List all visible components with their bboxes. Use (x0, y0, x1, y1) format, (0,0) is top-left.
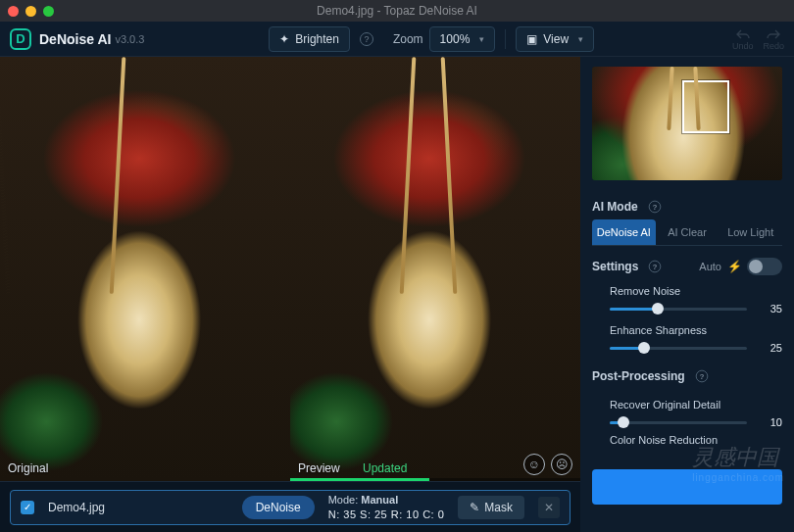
split-view-icon: ▣ (526, 32, 537, 46)
post-processing-header: Post-Processing ? (592, 369, 782, 383)
model-pill[interactable]: DeNoise (242, 496, 315, 519)
close-window-button[interactable] (8, 6, 19, 17)
settings-header: Settings ? (592, 260, 662, 273)
right-panel: AI Mode ? DeNoise AI AI Clear Low Light … (580, 57, 794, 532)
window-title: Demo4.jpg - Topaz DeNoise AI (317, 4, 477, 18)
navigator-viewport[interactable] (682, 80, 729, 133)
mode-label: Mode: (328, 494, 359, 506)
feedback-sad-button[interactable]: ☹ (551, 454, 572, 475)
view-dropdown[interactable]: ▣ View (516, 26, 594, 52)
remove-noise-control: Remove Noise 35 (592, 285, 782, 314)
auto-toggle[interactable] (747, 258, 782, 275)
undo-button[interactable]: Undo (732, 27, 754, 51)
post-processing-label: Post-Processing (592, 369, 685, 383)
recover-detail-value: 10 (757, 416, 782, 428)
feedback-happy-button[interactable]: ☺ (523, 454, 545, 475)
ai-mode-label: AI Mode (592, 200, 638, 214)
file-name: Demo4.jpg (48, 501, 228, 514)
bolt-icon: ⚡ (727, 260, 742, 273)
redo-label: Redo (763, 41, 784, 51)
mode-value: Manual (361, 494, 398, 506)
tab-low-light[interactable]: Low Light (719, 219, 782, 245)
tab-denoise-ai[interactable]: DeNoise AI (592, 219, 656, 245)
preview-image (290, 57, 580, 481)
app-name: DeNoise AI (39, 31, 111, 47)
recover-detail-label: Recover Original Detail (610, 399, 782, 411)
undo-label: Undo (732, 41, 754, 51)
minimize-window-button[interactable] (25, 6, 36, 17)
file-card[interactable]: ✓ Demo4.jpg DeNoise Mode: Manual N: 35 S… (10, 490, 571, 525)
color-noise-label: Color Noise Reduction (610, 434, 782, 446)
zoom-label: Zoom (393, 32, 423, 46)
enhance-sharpness-slider[interactable] (610, 347, 747, 350)
enhance-sharpness-label: Enhance Sharpness (610, 324, 782, 336)
enhance-sharpness-control: Enhance Sharpness 25 (592, 324, 782, 354)
file-checkbox[interactable]: ✓ (21, 501, 34, 514)
maximize-window-button[interactable] (43, 6, 54, 17)
remove-noise-label: Remove Noise (610, 285, 782, 297)
updated-badge: Updated (363, 461, 407, 475)
image-viewer: Original Preview Updated ☺ ☹ ✓ Demo4.jpg… (0, 57, 580, 532)
settings-help-icon[interactable]: ? (649, 261, 662, 273)
toolbar-divider (505, 29, 506, 49)
original-pane: Original (0, 57, 290, 481)
remove-file-button[interactable]: ✕ (538, 497, 560, 518)
post-processing-help-icon[interactable]: ? (695, 370, 708, 383)
undo-icon (735, 27, 751, 41)
recover-detail-slider[interactable] (610, 421, 747, 424)
macos-titlebar: Demo4.jpg - Topaz DeNoise AI (0, 0, 794, 22)
sparkle-icon: ✦ (279, 32, 289, 46)
window-controls (8, 6, 54, 17)
redo-icon (766, 27, 781, 41)
app-version: v3.0.3 (115, 33, 144, 45)
apply-button[interactable] (592, 469, 782, 505)
color-noise-control: Color Noise Reduction (592, 434, 782, 452)
recover-detail-control: Recover Original Detail 10 (592, 399, 782, 428)
zoom-dropdown[interactable]: 100% (429, 26, 496, 52)
history-controls: Undo Redo (732, 27, 784, 51)
ai-mode-tabs: DeNoise AI AI Clear Low Light (592, 219, 782, 246)
file-strip: ✓ Demo4.jpg DeNoise Mode: Manual N: 35 S… (0, 481, 580, 532)
preview-label: Preview (298, 461, 340, 475)
zoom-value: 100% (440, 32, 471, 46)
param-summary: N: 35 S: 25 R: 10 C: 0 (328, 508, 445, 522)
top-toolbar: D DeNoise AI v3.0.3 ✦ Brighten ? Zoom 10… (0, 22, 794, 57)
remove-noise-value: 35 (757, 303, 782, 314)
ai-mode-help-icon[interactable]: ? (648, 201, 661, 214)
mask-button[interactable]: ✎ Mask (458, 496, 524, 519)
settings-label: Settings (592, 260, 638, 273)
app-logo-icon: D (10, 28, 31, 50)
redo-button[interactable]: Redo (763, 27, 784, 51)
tab-ai-clear[interactable]: AI Clear (656, 219, 720, 245)
original-image (0, 57, 290, 481)
mode-info: Mode: Manual N: 35 S: 25 R: 10 C: 0 (328, 493, 445, 522)
brighten-button[interactable]: ✦ Brighten (269, 26, 350, 52)
mask-label: Mask (484, 501, 513, 514)
ai-mode-header: AI Mode ? (592, 200, 782, 214)
processing-progress (290, 478, 580, 481)
preview-pane: Preview Updated ☺ ☹ (290, 57, 580, 481)
view-label: View (543, 32, 569, 46)
original-label: Original (8, 461, 48, 475)
brush-icon: ✎ (470, 501, 479, 514)
enhance-sharpness-value: 25 (757, 342, 782, 354)
compare-view[interactable]: Original Preview Updated ☺ ☹ (0, 57, 580, 481)
auto-label: Auto (699, 261, 721, 272)
navigator-thumbnail[interactable] (592, 67, 782, 180)
brighten-label: Brighten (295, 32, 339, 46)
remove-noise-slider[interactable] (610, 308, 747, 311)
brighten-help-icon[interactable]: ? (360, 32, 373, 46)
